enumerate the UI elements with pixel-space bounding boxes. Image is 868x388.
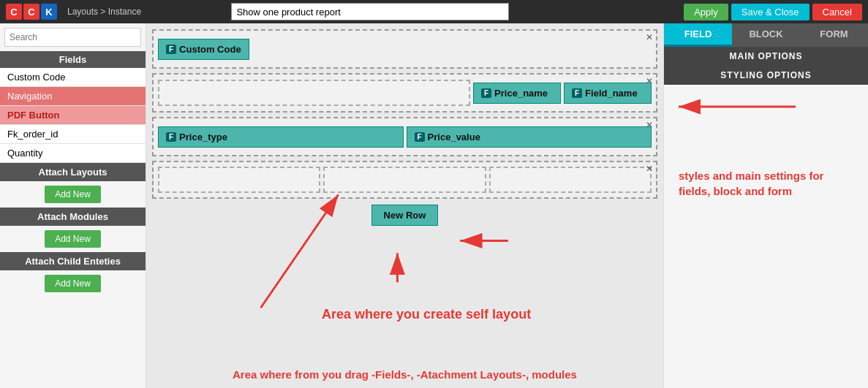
title-input[interactable] — [231, 3, 509, 20]
right-arrow-svg — [671, 92, 818, 151]
sidebar: Fields Custom Code Navigation PDF Button… — [0, 23, 146, 388]
price-value-field[interactable]: F Price_value — [407, 126, 652, 148]
price-type-label: Price_type — [179, 132, 227, 142]
price-name-field[interactable]: F Price_name — [473, 83, 561, 104]
right-annotation-text: styles and main settings for fields, blo… — [671, 153, 861, 213]
attach-layouts-header[interactable]: Attach Layouts — [0, 163, 146, 181]
canvas-row-1: ✕ F Custom Code — [152, 29, 657, 69]
f-badge-5: F — [415, 132, 425, 142]
canvas-row-4: ✕ — [152, 161, 657, 199]
canvas-area: ✕ F Custom Code ✕ F Price_name F Field_n… — [146, 23, 663, 388]
empty-slot-3 — [323, 167, 486, 193]
annotation-layout-text: Area where you create self layout — [322, 307, 531, 322]
top-bar: C C K Layouts > Instance Apply Save & Cl… — [0, 0, 868, 23]
custom-code-field[interactable]: F Custom Code — [158, 39, 249, 60]
annotation-layout-area: Area where you create self layout — [322, 307, 531, 322]
right-panel: FIELD BLOCK FORM MAIN OPTIONS STYLING OP… — [663, 23, 868, 388]
empty-slot-1 — [158, 80, 470, 106]
tab-field[interactable]: FIELD — [664, 23, 732, 47]
tab-form[interactable]: FORM — [800, 23, 868, 47]
row-4-close-icon[interactable]: ✕ — [646, 164, 653, 174]
fields-header: Fields — [0, 51, 146, 68]
save-close-button[interactable]: Save & Close — [731, 4, 809, 20]
f-badge-2: F — [481, 88, 491, 98]
sidebar-item-navigation[interactable]: Navigation — [0, 87, 146, 106]
logo-c1: C — [6, 4, 22, 20]
f-badge-3: F — [572, 88, 582, 98]
logo-k: K — [41, 4, 57, 20]
sidebar-search-area — [0, 23, 146, 51]
new-row-button[interactable]: New Row — [371, 205, 439, 226]
add-new-layouts-button[interactable]: Add New — [45, 186, 101, 203]
styling-options-header[interactable]: STYLING OPTIONS — [664, 66, 868, 85]
right-content: styles and main settings for fields, blo… — [664, 85, 868, 388]
attach-modules-header[interactable]: Attach Modules — [0, 208, 146, 226]
main-options-header[interactable]: MAIN OPTIONS — [664, 47, 868, 66]
field-name-label: Field_name — [585, 88, 638, 99]
main-layout: Fields Custom Code Navigation PDF Button… — [0, 23, 868, 388]
f-badge: F — [166, 45, 176, 54]
canvas-row-3: ✕ F Price_type F Price_value — [152, 117, 657, 156]
annotation-drag-area: Area where from you drag -Fields-, -Atac… — [146, 361, 663, 381]
sidebar-item-pdf-button[interactable]: PDF Button — [0, 106, 146, 125]
logo-c2: C — [23, 4, 39, 20]
f-badge-4: F — [166, 132, 176, 142]
price-value-label: Price_value — [428, 132, 480, 142]
sidebar-item-custom-code[interactable]: Custom Code — [0, 68, 146, 87]
annotation-drag-text: Area where from you drag -Fields-, -Atac… — [146, 368, 663, 381]
price-name-label: Price_name — [494, 88, 548, 99]
cancel-button[interactable]: Cancel — [812, 4, 862, 20]
custom-code-label: Custom Code — [179, 44, 241, 55]
field-name-field[interactable]: F Field_name — [564, 83, 652, 104]
add-new-child-button[interactable]: Add New — [45, 275, 101, 292]
sidebar-item-fk-order-id[interactable]: Fk_order_id — [0, 125, 146, 144]
apply-button[interactable]: Apply — [684, 4, 728, 20]
top-actions: Apply Save & Close Cancel — [684, 4, 862, 20]
empty-slot-4 — [489, 167, 652, 193]
sidebar-item-quantity[interactable]: Quantity — [0, 144, 146, 163]
row-1-close-icon[interactable]: ✕ — [646, 32, 653, 42]
canvas-row-2: ✕ F Price_name F Field_name — [152, 73, 657, 113]
price-type-field[interactable]: F Price_type — [158, 126, 404, 148]
tab-block[interactable]: BLOCK — [732, 23, 800, 47]
add-new-modules-button[interactable]: Add New — [45, 230, 101, 248]
empty-slot-2 — [158, 167, 320, 193]
attach-child-header[interactable]: Attach Child Enteties — [0, 252, 146, 270]
breadcrumb: Layouts > Instance — [67, 7, 141, 17]
tab-bar: FIELD BLOCK FORM — [664, 23, 868, 47]
logo-area: C C K — [6, 4, 57, 20]
search-input[interactable] — [4, 28, 141, 47]
